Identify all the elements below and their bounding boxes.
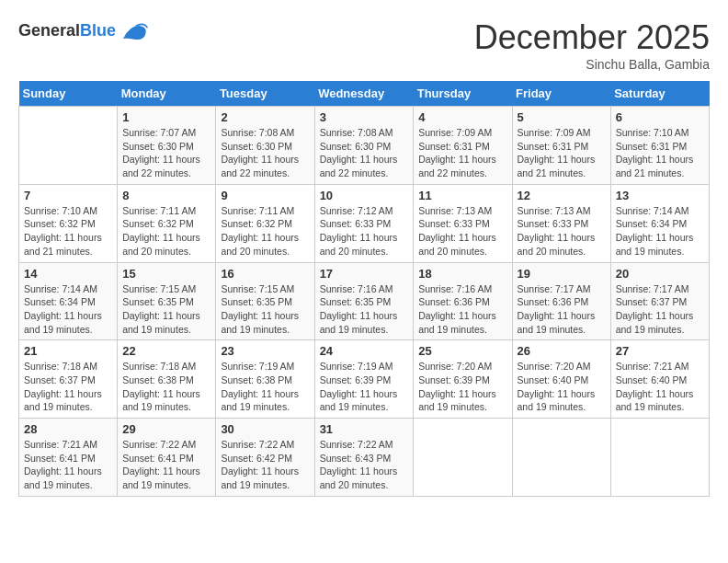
logo: GeneralBlue	[18, 18, 149, 44]
day-number: 12	[518, 189, 606, 202]
calendar-cell: 3Sunrise: 7:08 AM Sunset: 6:30 PM Daylig…	[314, 107, 414, 185]
calendar-cell: 6Sunrise: 7:10 AM Sunset: 6:31 PM Daylig…	[610, 107, 709, 185]
day-number: 13	[616, 189, 704, 202]
day-number: 11	[418, 189, 506, 202]
calendar-cell: 12Sunrise: 7:13 AM Sunset: 6:33 PM Dayli…	[512, 184, 610, 262]
day-number: 30	[221, 422, 309, 436]
logo-general: General	[18, 21, 80, 40]
day-number: 10	[320, 189, 409, 202]
calendar-cell: 5Sunrise: 7:09 AM Sunset: 6:31 PM Daylig…	[512, 107, 610, 185]
day-number: 3	[320, 110, 409, 124]
day-number: 17	[320, 267, 409, 281]
cell-content: Sunrise: 7:18 AM Sunset: 6:38 PM Dayligh…	[122, 360, 210, 414]
cell-content: Sunrise: 7:09 AM Sunset: 6:31 PM Dayligh…	[418, 126, 506, 180]
cell-content: Sunrise: 7:10 AM Sunset: 6:32 PM Dayligh…	[24, 204, 112, 259]
cell-content: Sunrise: 7:20 AM Sunset: 6:40 PM Dayligh…	[518, 360, 606, 414]
cell-content: Sunrise: 7:12 AM Sunset: 6:33 PM Dayligh…	[320, 204, 409, 259]
calendar-cell	[19, 107, 118, 185]
day-number: 27	[616, 344, 704, 358]
cell-content: Sunrise: 7:10 AM Sunset: 6:31 PM Dayligh…	[616, 126, 704, 180]
cell-content: Sunrise: 7:08 AM Sunset: 6:30 PM Dayligh…	[320, 126, 409, 180]
cell-content: Sunrise: 7:15 AM Sunset: 6:35 PM Dayligh…	[221, 282, 309, 337]
calendar-cell: 27Sunrise: 7:21 AM Sunset: 6:40 PM Dayli…	[610, 340, 709, 419]
cell-content: Sunrise: 7:17 AM Sunset: 6:37 PM Dayligh…	[616, 282, 704, 337]
day-number: 20	[616, 267, 704, 281]
header-day-sunday: Sunday	[19, 81, 118, 107]
calendar-cell: 10Sunrise: 7:12 AM Sunset: 6:33 PM Dayli…	[314, 184, 414, 262]
calendar-cell: 31Sunrise: 7:22 AM Sunset: 6:43 PM Dayli…	[314, 419, 414, 497]
calendar-cell: 24Sunrise: 7:19 AM Sunset: 6:39 PM Dayli…	[314, 340, 414, 419]
header-day-wednesday: Wednesday	[314, 81, 414, 107]
header-day-friday: Friday	[512, 81, 610, 107]
calendar-cell: 18Sunrise: 7:16 AM Sunset: 6:36 PM Dayli…	[414, 262, 512, 340]
calendar-cell: 8Sunrise: 7:11 AM Sunset: 6:32 PM Daylig…	[118, 184, 216, 262]
cell-content: Sunrise: 7:07 AM Sunset: 6:30 PM Dayligh…	[122, 126, 210, 180]
calendar-header-row: SundayMondayTuesdayWednesdayThursdayFrid…	[19, 81, 710, 107]
day-number: 29	[122, 422, 210, 436]
calendar-cell	[610, 419, 709, 497]
calendar-cell: 23Sunrise: 7:19 AM Sunset: 6:38 PM Dayli…	[216, 340, 314, 419]
calendar-table: SundayMondayTuesdayWednesdayThursdayFrid…	[18, 81, 710, 497]
calendar-cell: 1Sunrise: 7:07 AM Sunset: 6:30 PM Daylig…	[118, 107, 216, 185]
day-number: 16	[221, 267, 309, 281]
cell-content: Sunrise: 7:09 AM Sunset: 6:31 PM Dayligh…	[518, 126, 606, 180]
day-number: 26	[518, 344, 606, 358]
day-number: 18	[418, 267, 506, 281]
cell-content: Sunrise: 7:16 AM Sunset: 6:36 PM Dayligh…	[418, 282, 506, 337]
day-number: 9	[221, 189, 309, 202]
day-number: 24	[320, 344, 409, 358]
calendar-cell: 22Sunrise: 7:18 AM Sunset: 6:38 PM Dayli…	[118, 340, 216, 419]
day-number: 31	[320, 422, 409, 436]
cell-content: Sunrise: 7:22 AM Sunset: 6:43 PM Dayligh…	[320, 438, 409, 492]
calendar-cell: 17Sunrise: 7:16 AM Sunset: 6:35 PM Dayli…	[314, 262, 414, 340]
cell-content: Sunrise: 7:22 AM Sunset: 6:41 PM Dayligh…	[122, 438, 210, 492]
day-number: 2	[221, 110, 309, 124]
calendar-cell: 9Sunrise: 7:11 AM Sunset: 6:32 PM Daylig…	[216, 184, 314, 262]
cell-content: Sunrise: 7:13 AM Sunset: 6:33 PM Dayligh…	[418, 204, 506, 259]
header-day-saturday: Saturday	[610, 81, 709, 107]
logo-blue: Blue	[80, 21, 116, 40]
day-number: 4	[418, 110, 506, 124]
day-number: 19	[518, 267, 606, 281]
header-day-monday: Monday	[118, 81, 216, 107]
title-block: December 2025 Sinchu Balla, Gambia	[474, 18, 710, 72]
calendar-cell: 25Sunrise: 7:20 AM Sunset: 6:39 PM Dayli…	[414, 340, 512, 419]
location-subtitle: Sinchu Balla, Gambia	[474, 57, 710, 72]
page-header: GeneralBlue December 2025 Sinchu Balla, …	[18, 18, 710, 72]
cell-content: Sunrise: 7:18 AM Sunset: 6:37 PM Dayligh…	[24, 360, 112, 414]
day-number: 8	[122, 189, 210, 202]
logo-icon	[119, 18, 149, 44]
day-number: 28	[24, 422, 112, 436]
calendar-cell: 14Sunrise: 7:14 AM Sunset: 6:34 PM Dayli…	[19, 262, 118, 340]
calendar-cell: 15Sunrise: 7:15 AM Sunset: 6:35 PM Dayli…	[118, 262, 216, 340]
calendar-cell: 28Sunrise: 7:21 AM Sunset: 6:41 PM Dayli…	[19, 419, 118, 497]
week-row-1: 1Sunrise: 7:07 AM Sunset: 6:30 PM Daylig…	[19, 107, 710, 185]
calendar-cell: 26Sunrise: 7:20 AM Sunset: 6:40 PM Dayli…	[512, 340, 610, 419]
calendar-cell: 4Sunrise: 7:09 AM Sunset: 6:31 PM Daylig…	[414, 107, 512, 185]
calendar-body: 1Sunrise: 7:07 AM Sunset: 6:30 PM Daylig…	[19, 107, 710, 497]
week-row-3: 14Sunrise: 7:14 AM Sunset: 6:34 PM Dayli…	[19, 262, 710, 340]
month-title: December 2025	[474, 18, 710, 57]
calendar-cell: 19Sunrise: 7:17 AM Sunset: 6:36 PM Dayli…	[512, 262, 610, 340]
calendar-cell: 7Sunrise: 7:10 AM Sunset: 6:32 PM Daylig…	[19, 184, 118, 262]
day-number: 21	[24, 344, 112, 358]
day-number: 6	[616, 110, 704, 124]
cell-content: Sunrise: 7:11 AM Sunset: 6:32 PM Dayligh…	[221, 204, 309, 259]
week-row-4: 21Sunrise: 7:18 AM Sunset: 6:37 PM Dayli…	[19, 340, 710, 419]
day-number: 22	[122, 344, 210, 358]
cell-content: Sunrise: 7:11 AM Sunset: 6:32 PM Dayligh…	[122, 204, 210, 259]
week-row-5: 28Sunrise: 7:21 AM Sunset: 6:41 PM Dayli…	[19, 419, 710, 497]
cell-content: Sunrise: 7:17 AM Sunset: 6:36 PM Dayligh…	[518, 282, 606, 337]
calendar-cell: 2Sunrise: 7:08 AM Sunset: 6:30 PM Daylig…	[216, 107, 314, 185]
cell-content: Sunrise: 7:22 AM Sunset: 6:42 PM Dayligh…	[221, 438, 309, 492]
day-number: 15	[122, 267, 210, 281]
calendar-cell	[512, 419, 610, 497]
day-number: 25	[418, 344, 506, 358]
calendar-cell: 13Sunrise: 7:14 AM Sunset: 6:34 PM Dayli…	[610, 184, 709, 262]
cell-content: Sunrise: 7:14 AM Sunset: 6:34 PM Dayligh…	[24, 282, 112, 337]
calendar-cell: 21Sunrise: 7:18 AM Sunset: 6:37 PM Dayli…	[19, 340, 118, 419]
calendar-cell: 20Sunrise: 7:17 AM Sunset: 6:37 PM Dayli…	[610, 262, 709, 340]
day-number: 7	[24, 189, 112, 202]
cell-content: Sunrise: 7:20 AM Sunset: 6:39 PM Dayligh…	[418, 360, 506, 414]
calendar-cell: 30Sunrise: 7:22 AM Sunset: 6:42 PM Dayli…	[216, 419, 314, 497]
